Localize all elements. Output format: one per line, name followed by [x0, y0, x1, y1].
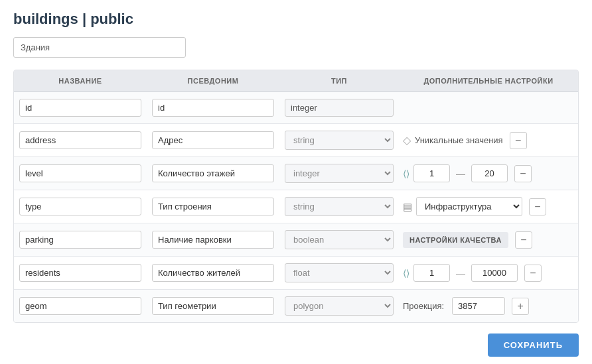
remove-row-level-button[interactable]: −	[514, 165, 532, 182]
cell-alias-address	[147, 129, 279, 152]
cell-alias-geom	[147, 294, 279, 318]
type-select-address[interactable]: string integer float boolean	[285, 131, 394, 150]
remove-row-parking-button[interactable]: −	[515, 231, 532, 249]
cell-extra-address: ◇ Уникальные значения −	[399, 129, 578, 152]
alias-input-residents[interactable]	[152, 264, 274, 282]
fields-table: НАЗВАНИЕ ПСЕВДОНИМ ТИП ДОПОЛНИТЕЛЬНЫЕ НА…	[13, 70, 579, 323]
range-max-level[interactable]	[471, 164, 508, 182]
quality-settings-button[interactable]: НАСТРОЙКИ КАЧЕСТВА	[403, 232, 508, 248]
cell-extra-parking: НАСТРОЙКИ КАЧЕСТВА −	[399, 229, 578, 251]
table-row: float string integer boolean ⟨⟩ — −	[14, 257, 578, 290]
name-input-type[interactable]	[19, 198, 141, 215]
cell-alias-residents	[147, 261, 279, 284]
unique-label: Уникальные значения	[415, 135, 503, 145]
alias-input-geom[interactable]	[152, 297, 274, 315]
add-row-button[interactable]: +	[512, 298, 529, 315]
alias-input-parking[interactable]	[152, 231, 274, 249]
cell-type-type: string integer float boolean	[279, 194, 399, 219]
cell-name-level	[14, 162, 147, 185]
alias-input-id[interactable]	[152, 99, 274, 117]
type-select-type[interactable]: string integer float boolean	[285, 197, 394, 216]
range-dash-level: —	[454, 168, 467, 179]
cell-extra-residents: ⟨⟩ — −	[399, 261, 578, 284]
cell-extra-id	[399, 105, 578, 111]
type-select-level[interactable]: integer string float boolean	[285, 164, 394, 183]
type-select-parking[interactable]: boolean string integer float	[285, 230, 394, 249]
page-title: buildings | public	[13, 11, 579, 28]
table-row: polygon point line Проекция: +	[14, 290, 578, 322]
table-header: НАЗВАНИЕ ПСЕВДОНИМ ТИП ДОПОЛНИТЕЛЬНЫЕ НА…	[14, 70, 578, 92]
cell-type-id	[279, 96, 399, 119]
alias-input-address[interactable]	[152, 131, 274, 149]
table-icon: ▤	[403, 201, 412, 213]
alias-input-level[interactable]	[152, 164, 274, 182]
type-select-residents[interactable]: float string integer boolean	[285, 263, 394, 282]
name-input-id[interactable]	[19, 99, 141, 117]
cell-type-parking: boolean string integer float	[279, 227, 399, 252]
type-select-geom[interactable]: polygon point line	[285, 296, 394, 316]
cell-extra-type: ▤ Инфраструктура Жилой Коммерческий −	[399, 194, 578, 219]
range-min-residents[interactable]	[413, 264, 450, 282]
cell-type-level: integer string float boolean	[279, 161, 399, 186]
cell-name-residents	[14, 261, 147, 284]
col-head-name: НАЗВАНИЕ	[14, 77, 147, 85]
remove-row-address-button[interactable]: −	[510, 132, 527, 149]
table-row: string integer float boolean ▤ Инфрастру…	[14, 190, 578, 223]
footer: СОХРАНИТЬ	[13, 334, 579, 357]
page-wrapper: buildings | public НАЗВАНИЕ ПСЕВДОНИМ ТИ…	[0, 0, 592, 364]
cell-name-id	[14, 96, 147, 119]
cell-type-residents: float string integer boolean	[279, 261, 399, 285]
col-head-alias: ПСЕВДОНИМ	[147, 77, 279, 85]
table-row: integer string float boolean ⟨⟩ — −	[14, 157, 578, 190]
range-min-level[interactable]	[413, 164, 450, 182]
cell-type-geom: polygon point line	[279, 294, 399, 318]
layer-name-input[interactable]	[13, 37, 186, 58]
cell-alias-type	[147, 195, 279, 218]
table-row: boolean string integer float НАСТРОЙКИ К…	[14, 223, 578, 257]
table-row	[14, 92, 578, 124]
alias-input-type[interactable]	[152, 198, 274, 215]
cell-extra-geom: Проекция: +	[399, 294, 578, 318]
col-head-type: ТИП	[279, 77, 399, 85]
name-input-parking[interactable]	[19, 231, 141, 249]
cell-alias-level	[147, 162, 279, 185]
projection-input-geom[interactable]	[452, 297, 505, 315]
cell-name-type	[14, 195, 147, 218]
projection-label: Проекция:	[403, 301, 444, 311]
name-input-address[interactable]	[19, 131, 141, 149]
col-head-extra: ДОПОЛНИТЕЛЬНЫЕ НАСТРОЙКИ	[399, 77, 578, 85]
arrows-icon: ⟨⟩	[403, 168, 409, 179]
table-row: string integer float boolean ◇ Уникальны…	[14, 124, 578, 157]
arrows-icon-residents: ⟨⟩	[403, 268, 409, 278]
remove-row-type-button[interactable]: −	[529, 198, 546, 215]
diamond-icon: ◇	[403, 134, 411, 147]
cell-alias-id	[147, 96, 279, 119]
save-button[interactable]: СОХРАНИТЬ	[488, 334, 579, 357]
cell-alias-parking	[147, 228, 279, 251]
range-max-residents[interactable]	[471, 264, 518, 282]
cell-name-geom	[14, 294, 147, 318]
range-dash-residents: —	[454, 268, 467, 278]
type-input-id	[285, 99, 394, 117]
cell-type-address: string integer float boolean	[279, 128, 399, 152]
name-input-residents[interactable]	[19, 264, 141, 282]
cell-name-parking	[14, 228, 147, 251]
cell-extra-level: ⟨⟩ — −	[399, 162, 578, 185]
name-input-level[interactable]	[19, 164, 141, 182]
cell-name-address	[14, 129, 147, 152]
category-select-type[interactable]: Инфраструктура Жилой Коммерческий	[416, 197, 522, 216]
remove-row-residents-button[interactable]: −	[524, 265, 542, 282]
name-input-geom[interactable]	[19, 297, 141, 315]
